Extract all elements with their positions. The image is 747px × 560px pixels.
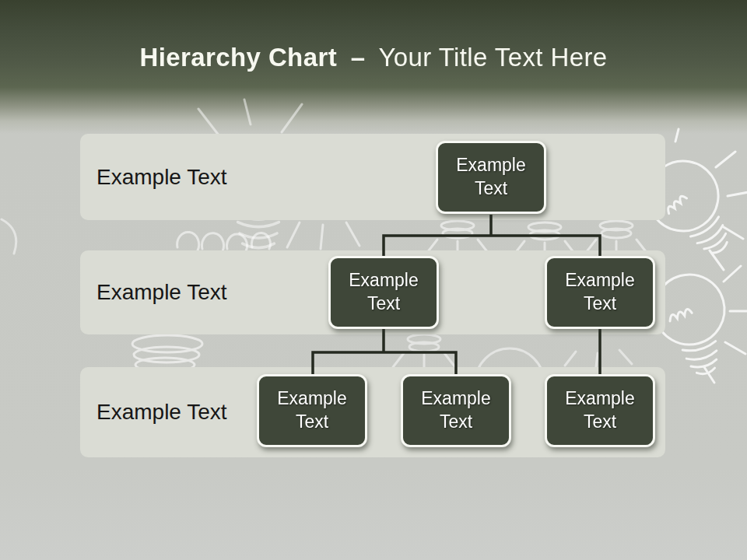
hierarchy-node-level2-right[interactable]: Example Text	[545, 256, 655, 329]
page-title[interactable]: Hierarchy Chart – Your Title Text Here	[0, 43, 747, 72]
title-bold-text: Hierarchy Chart	[139, 43, 337, 72]
hierarchy-node-level3-second[interactable]: Example Text	[401, 374, 511, 447]
slide-canvas: Hierarchy Chart – Your Title Text Here E…	[0, 0, 747, 560]
connector-mid-left	[313, 327, 456, 375]
hierarchy-node-level2-left[interactable]: Example Text	[328, 256, 439, 329]
hierarchy-node-level3-first[interactable]: Example Text	[257, 374, 367, 447]
title-placeholder-text: Your Title Text Here	[378, 43, 607, 72]
hierarchy-node-level3-third[interactable]: Example Text	[545, 374, 655, 447]
connector-top	[384, 215, 600, 257]
hierarchy-node-root[interactable]: Example Text	[436, 141, 546, 214]
title-separator: –	[345, 43, 372, 72]
